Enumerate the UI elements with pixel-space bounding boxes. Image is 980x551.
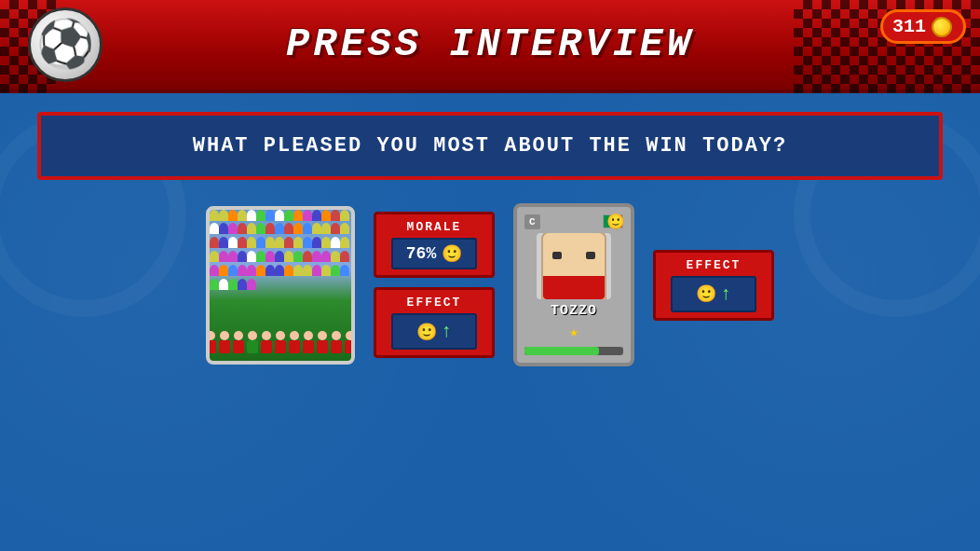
player-head [234, 331, 243, 340]
crowd-pixel [303, 251, 312, 262]
crowd-pixel [265, 265, 275, 276]
crowd-pixel [340, 223, 349, 234]
player-figure [317, 331, 328, 353]
crowd-pixel [275, 223, 284, 234]
pixel-face [541, 233, 606, 299]
crowd-pixel [340, 237, 349, 248]
crowd-pixel [293, 251, 303, 262]
crowd-pixel [331, 251, 340, 262]
crowd-pixel [275, 237, 284, 248]
team-effect-label: EFFECT [391, 296, 477, 310]
crowd-pixel [340, 265, 349, 276]
crowd-pixel [228, 237, 238, 248]
crowd-pixel [284, 265, 293, 276]
crowd-pixel [219, 265, 228, 276]
player-bar-fill [524, 347, 599, 355]
crowd-pixel [238, 210, 247, 221]
crowd-pixel [331, 237, 340, 248]
team-effect-arrow: ↑ [441, 321, 452, 342]
question-box: WHAT PLEASED YOU MOST ABOUT THE WIN TODA… [37, 112, 943, 180]
crowd-pixel [321, 223, 331, 234]
player-name: TOZZO [551, 303, 597, 319]
player-effect-panel: EFFECT 🙂 ↑ [653, 250, 774, 321]
player-head [220, 331, 229, 340]
face-eyes [552, 252, 595, 259]
crowd-pixel [238, 251, 247, 262]
crowd-pixel [247, 265, 256, 276]
player-figure [247, 331, 258, 353]
player-head [206, 331, 215, 340]
crowd-pixel [210, 279, 219, 290]
crowd-pixel [256, 223, 265, 234]
crowd-pixel [247, 279, 256, 290]
player-head [248, 331, 257, 340]
player-body [233, 340, 244, 353]
coin-icon [932, 17, 952, 37]
crowd-pixel [247, 223, 256, 234]
crowd-pixel [293, 223, 303, 234]
crowd-pixel [275, 251, 284, 262]
crowd-pixel [293, 265, 303, 276]
player-head [290, 331, 299, 340]
morale-value: 76% 🙂 [391, 238, 477, 269]
crowd-pixel [293, 237, 303, 248]
crowd-pixel [238, 279, 247, 290]
player-card: C 🙂 TOZZO ★ [513, 203, 634, 366]
player-figure [261, 331, 272, 353]
player-body [247, 340, 258, 353]
crowd-pixel [303, 210, 312, 221]
eye-right [586, 252, 595, 259]
crowd-pixel [228, 223, 238, 234]
player-figure [289, 331, 300, 353]
crowd-pixel [247, 251, 256, 262]
crowd-pixel [321, 210, 331, 221]
player-effect-label: EFFECT [671, 258, 756, 272]
team-photo-card [206, 206, 355, 365]
crowd-pixel [312, 237, 321, 248]
crowd-pixel [247, 210, 256, 221]
crowd-pixel [210, 265, 219, 276]
player-body [206, 340, 216, 353]
crowd-pixel [219, 279, 228, 290]
player-body [219, 340, 230, 353]
crowd-pixel [256, 237, 265, 248]
main-content: WHAT PLEASED YOU MOST ABOUT THE WIN TODA… [0, 93, 980, 408]
player-figure [219, 331, 230, 353]
crowd-pixel [312, 223, 321, 234]
cards-row: MORALE 76% 🙂 EFFECT 🙂 ↑ C [37, 203, 943, 366]
team-effect-icons: 🙂 ↑ [391, 313, 477, 350]
player-body [289, 340, 300, 353]
morale-box: MORALE 76% 🙂 [374, 212, 495, 278]
crowd-pixel [284, 223, 293, 234]
player-body [331, 340, 342, 353]
crowd-pixel [219, 223, 228, 234]
crowd-pixel [331, 210, 340, 221]
crowd-pixel [312, 210, 321, 221]
player-head [318, 331, 327, 340]
crowd-pixel [284, 210, 293, 221]
crowd-pixel [210, 223, 219, 234]
crowd-pixel [228, 279, 238, 290]
player-head [262, 331, 271, 340]
crowd-pixel [284, 251, 293, 262]
player-bar [524, 347, 623, 355]
player-body [317, 340, 328, 353]
player-effect-emoji: 🙂 [696, 283, 716, 304]
crowd-pixel [219, 251, 228, 262]
crowd-pixel [303, 265, 312, 276]
crowd-pixel [340, 210, 349, 221]
crowd [210, 210, 351, 293]
player-effect-arrow: ↑ [720, 283, 731, 305]
coin-counter: 311 [880, 9, 966, 44]
header: ⚽ PRESS INTERVIEW [0, 0, 980, 93]
player-head [332, 331, 341, 340]
crowd-pixel [275, 265, 284, 276]
team-illustration [210, 210, 351, 361]
coin-count: 311 [892, 16, 926, 37]
crowd-pixel [238, 265, 247, 276]
crowd-pixel [293, 210, 303, 221]
crowd-pixel [265, 251, 275, 262]
crowd-pixel [228, 210, 238, 221]
player-figure [275, 331, 286, 353]
crowd-pixel [284, 237, 293, 248]
